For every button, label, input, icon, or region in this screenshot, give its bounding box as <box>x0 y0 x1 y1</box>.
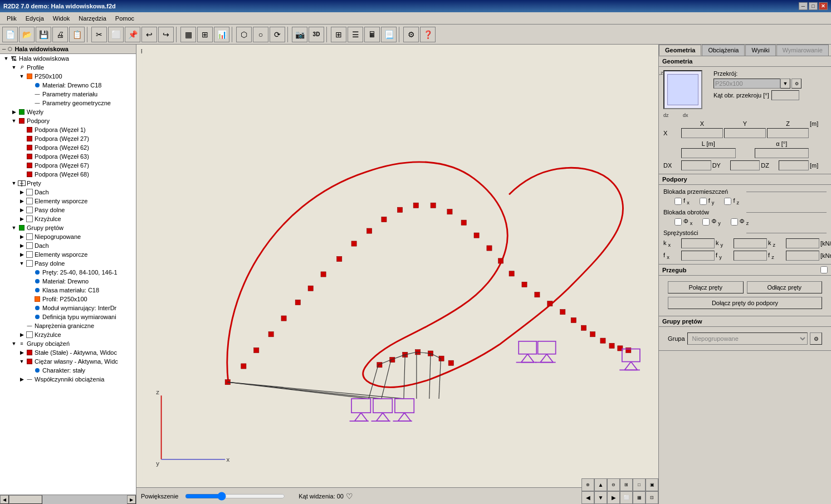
tree-item-param-mat[interactable]: — Parametry materiału <box>0 90 136 99</box>
checkbox-phiz[interactable] <box>731 218 738 226</box>
minimize-button[interactable]: ─ <box>799 2 808 10</box>
tree-item-grupy-prety[interactable]: ▼ Grupy prętów <box>0 223 136 232</box>
tree-item-klasa-mat[interactable]: Klasa materiału: C18 <box>0 286 136 295</box>
tree-item-niepogrup[interactable]: ▶ Niepogrupowane <box>0 232 136 241</box>
tb-circle[interactable]: ○ <box>253 27 268 42</box>
nav-view5[interactable]: ⊡ <box>646 491 658 504</box>
alpha-input[interactable] <box>755 148 809 158</box>
menu-narzedzia[interactable]: Narzędzia <box>74 14 111 23</box>
nav-right[interactable]: ▶ <box>607 491 620 504</box>
expand-icon[interactable]: ▶ <box>18 197 26 205</box>
tree-item-elemwsp[interactable]: ▶ Elementy wsporcze <box>0 197 136 205</box>
tree-item-ciezar[interactable]: ▼ Ciężar własny - Aktywna, Widc <box>0 357 136 366</box>
expand-icon[interactable]: ▼ <box>18 358 26 365</box>
expand-icon[interactable]: ▶ <box>10 108 18 116</box>
checkbox-fx[interactable] <box>674 198 682 205</box>
tree-item-dach[interactable]: ▶ Dach <box>0 188 136 197</box>
tb-help[interactable]: ❓ <box>420 27 436 42</box>
scroll-track[interactable] <box>9 495 127 504</box>
tree-item-mat-drewno[interactable]: Materiał: Drewno <box>0 277 136 286</box>
tree-item-p250[interactable]: ▼ P250x100 <box>0 72 136 81</box>
z-input[interactable] <box>767 128 809 138</box>
tb-print[interactable]: 🖨 <box>52 27 68 42</box>
tree-item-pasydolne[interactable]: ▶ Pasy dolne <box>0 205 136 214</box>
expand-icon[interactable]: ▶ <box>18 242 26 249</box>
tb-grid[interactable]: ⊞ <box>197 27 213 42</box>
tree-item-elemwsp2[interactable]: ▶ Elementy wsporcze <box>0 250 136 259</box>
scroll-right[interactable]: ▶ <box>127 495 136 504</box>
tree-item-prety[interactable]: ▼ ╫ Pręty <box>0 179 136 188</box>
tb-open[interactable]: 📂 <box>19 27 35 42</box>
kz-input[interactable] <box>786 238 819 248</box>
tab-obciazenia[interactable]: Obciążenia <box>702 45 745 56</box>
nav-view3[interactable]: ⬜ <box>620 491 633 504</box>
expand-icon[interactable]: ▶ <box>18 375 26 383</box>
expand-icon[interactable]: ▼ <box>10 224 18 232</box>
viewport[interactable]: przód z x y <box>136 45 658 504</box>
expand-icon[interactable]: ▼ <box>10 179 18 187</box>
horizontal-scrollbar[interactable]: ◀ ▶ <box>0 495 136 504</box>
tb-camera[interactable]: 📷 <box>292 27 307 42</box>
tb-paste[interactable]: 📌 <box>125 27 140 42</box>
menu-widok[interactable]: Widok <box>48 14 75 23</box>
checkbox-fz[interactable] <box>724 198 731 205</box>
kx-input[interactable] <box>681 238 715 248</box>
tree-item-krzyzulce[interactable]: ▶ Krzyżulce <box>0 214 136 223</box>
tb-export[interactable]: 📋 <box>69 27 85 42</box>
tb-redo[interactable]: ↪ <box>158 27 174 42</box>
tb-new[interactable]: 📄 <box>2 27 18 42</box>
y-input[interactable] <box>724 128 766 138</box>
tb-save[interactable]: 💾 <box>36 27 51 42</box>
tree-item-podpora63[interactable]: Podpora (Węzeł 63) <box>0 152 136 161</box>
tree-item-podpora27[interactable]: Podpora (Węzeł 27) <box>0 134 136 143</box>
tb-cut[interactable]: ✂ <box>91 27 107 42</box>
expand-icon[interactable]: ▼ <box>10 63 18 71</box>
expand-icon[interactable]: ▶ <box>18 206 26 214</box>
nav-down[interactable]: ▼ <box>594 491 607 504</box>
tree-item-modul[interactable]: Moduł wymiarujący: InterDr <box>0 304 136 312</box>
tb-chart[interactable]: 📊 <box>214 27 229 42</box>
przekroj-input[interactable] <box>713 79 780 89</box>
grupy-edit-btn[interactable]: ⚙ <box>810 332 822 345</box>
tree-item-charakter[interactable]: Charakter: stały <box>0 366 136 375</box>
tb-calc[interactable]: 🖩 <box>364 27 380 42</box>
tree-item-hala[interactable]: ▼ 🏗 Hala widowiskowa <box>0 54 136 63</box>
przekroj-edit-btn[interactable]: ⚙ <box>791 79 801 89</box>
nav-fit[interactable]: ⊞ <box>620 478 633 491</box>
tree-item-material[interactable]: Materiał: Drewno C18 <box>0 81 136 90</box>
nav-up[interactable]: ▲ <box>594 478 607 491</box>
scroll-left[interactable]: ◀ <box>0 495 9 504</box>
tree-item-dach2[interactable]: ▶ Dach <box>0 241 136 250</box>
tree-item-prety-list[interactable]: Pręty: 25-40, 84-100, 146-1 <box>0 268 136 277</box>
expand-icon[interactable]: ▼ <box>18 72 26 80</box>
tree-item-pasydolne2[interactable]: ▼ Pasy dolne <box>0 259 136 268</box>
tree-item-wezly[interactable]: ▶ Węzły <box>0 107 136 116</box>
expand-icon[interactable]: ▶ <box>18 215 26 223</box>
tree-item-podpora67[interactable]: Podpora (Węzeł 67) <box>0 161 136 170</box>
expand-icon[interactable]: ▶ <box>18 331 26 339</box>
tab-geometria[interactable]: Geometria <box>659 45 701 56</box>
expand-icon[interactable]: ▼ <box>2 55 10 62</box>
tb-table[interactable]: ⊞ <box>331 27 346 42</box>
dz-input[interactable] <box>779 160 809 170</box>
zoom-slider[interactable] <box>185 492 285 501</box>
tree-container[interactable]: ▼ 🏗 Hala widowiskowa ▼ 𝘗 Profile ▼ P250x… <box>0 54 136 495</box>
checkbox-fy[interactable] <box>700 198 707 205</box>
checkbox-phix[interactable] <box>674 218 682 226</box>
dy-input[interactable] <box>730 160 760 170</box>
tb-copy[interactable]: ⬜ <box>108 27 124 42</box>
tab-wyniki[interactable]: Wyniki <box>745 45 775 56</box>
l-input[interactable] <box>681 148 736 158</box>
nav-zoom-out[interactable]: ⊖ <box>607 478 620 491</box>
tree-item-podpora68[interactable]: Podpora (Węzeł 68) <box>0 170 136 179</box>
przekroj-dropdown[interactable]: ▼ <box>780 79 790 89</box>
grupa-select[interactable]: Niepogrupowane <box>687 332 808 345</box>
tree-item-definicja[interactable]: Definicja typu wymiarowani <box>0 312 136 321</box>
tb-bars[interactable]: ▦ <box>180 27 196 42</box>
tree-item-naprezenia[interactable]: — Naprężenia graniczne <box>0 321 136 330</box>
checkbox-phiy[interactable] <box>702 218 710 226</box>
nav-zoom-in[interactable]: ⊕ <box>581 478 594 491</box>
tb-report[interactable]: 📃 <box>381 27 397 42</box>
dx-input[interactable] <box>681 160 711 170</box>
tree-item-stale[interactable]: ▶ Stałe (Stałe) - Aktywna, Widoc <box>0 348 136 357</box>
